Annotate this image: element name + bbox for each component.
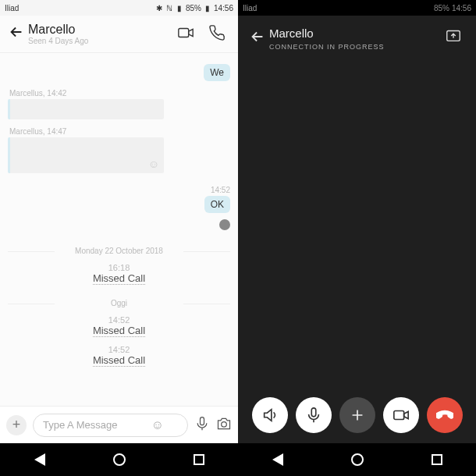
signal-icon: ▮ xyxy=(176,4,183,12)
flip-camera-button[interactable] xyxy=(445,27,465,47)
message-in[interactable] xyxy=(8,99,164,119)
message-input[interactable]: Type A Message ☺ xyxy=(33,414,188,437)
nav-back-button[interactable] xyxy=(272,453,283,466)
svg-point-2 xyxy=(222,421,227,427)
message-meta: Marcellus, 14:47 xyxy=(9,127,230,136)
message-in[interactable]: ☺ xyxy=(8,137,164,173)
message-out[interactable]: We xyxy=(204,64,230,81)
nfc-icon: ℕ xyxy=(165,4,173,12)
emoji-button[interactable]: ☺ xyxy=(151,418,164,432)
chat-header: Marcello Seen 4 Days Ago xyxy=(0,16,238,53)
nav-home-button[interactable] xyxy=(113,453,126,466)
nav-recent-button[interactable] xyxy=(432,454,442,465)
call-controls xyxy=(238,387,476,443)
svg-rect-1 xyxy=(201,417,204,424)
back-button[interactable] xyxy=(249,27,269,49)
svg-rect-5 xyxy=(393,411,403,420)
nav-recent-button[interactable] xyxy=(194,454,204,465)
message-meta: Marcellus, 14:42 xyxy=(9,89,230,98)
android-nav-bar xyxy=(238,443,476,476)
message-time: 14:52 xyxy=(8,186,230,194)
more-button[interactable] xyxy=(339,397,375,433)
carrier-label: Iliad xyxy=(5,4,19,12)
read-avatar xyxy=(219,219,230,230)
end-call-button[interactable] xyxy=(427,397,463,433)
date-separator: Oggi xyxy=(8,299,230,307)
mic-button[interactable] xyxy=(194,416,210,435)
call-screen: Iliad 85% 14:56 Marcello CONNECTION IN P… xyxy=(238,0,476,476)
clock-label: 14:56 xyxy=(452,4,471,12)
carrier-label: Iliad xyxy=(243,4,257,12)
attach-button[interactable]: + xyxy=(6,415,27,435)
svg-rect-0 xyxy=(179,28,189,37)
battery-label: 85% xyxy=(186,4,201,12)
android-nav-bar xyxy=(0,443,238,476)
call-entry[interactable]: 14:52 Missed Call xyxy=(8,345,230,367)
status-bar: Iliad ✱ ℕ ▮ 85% ▮ 14:56 xyxy=(0,0,238,16)
chat-screen: Iliad ✱ ℕ ▮ 85% ▮ 14:56 Marcello Seen 4 … xyxy=(0,0,238,476)
call-entry[interactable]: 16:18 Missed Call xyxy=(8,263,230,285)
speaker-button[interactable] xyxy=(252,397,288,433)
message-list[interactable]: We Marcellus, 14:42 Marcellus, 14:47 ☺ 1… xyxy=(0,53,238,406)
date-separator: Monday 22 October 2018 xyxy=(8,247,230,255)
chat-subtitle: Seen 4 Days Ago xyxy=(28,37,177,45)
video-toggle-button[interactable] xyxy=(383,397,419,433)
call-header: Marcello CONNECTION IN PROGRESS xyxy=(238,16,476,51)
video-call-button[interactable] xyxy=(177,24,194,44)
mute-button[interactable] xyxy=(296,397,332,433)
call-entry[interactable]: 14:52 Missed Call xyxy=(8,315,230,337)
message-out[interactable]: OK xyxy=(204,196,230,213)
chat-title: Marcello xyxy=(28,23,177,37)
battery-label: 85% xyxy=(434,4,449,12)
message-composer: + Type A Message ☺ xyxy=(0,406,238,443)
nav-back-button[interactable] xyxy=(34,453,45,466)
smiley-icon: ☺ xyxy=(148,158,159,170)
voice-call-button[interactable] xyxy=(208,24,226,44)
back-button[interactable] xyxy=(5,23,28,44)
call-body xyxy=(238,51,476,387)
svg-rect-4 xyxy=(311,408,316,417)
call-status: CONNECTION IN PROGRESS xyxy=(269,43,445,51)
status-bar: Iliad 85% 14:56 xyxy=(238,0,476,16)
camera-button[interactable] xyxy=(216,416,232,435)
clock-label: 14:56 xyxy=(214,4,233,12)
bluetooth-icon: ✱ xyxy=(155,4,163,12)
battery-icon: ▮ xyxy=(204,4,211,12)
nav-home-button[interactable] xyxy=(351,453,364,466)
call-title: Marcello xyxy=(269,27,445,40)
